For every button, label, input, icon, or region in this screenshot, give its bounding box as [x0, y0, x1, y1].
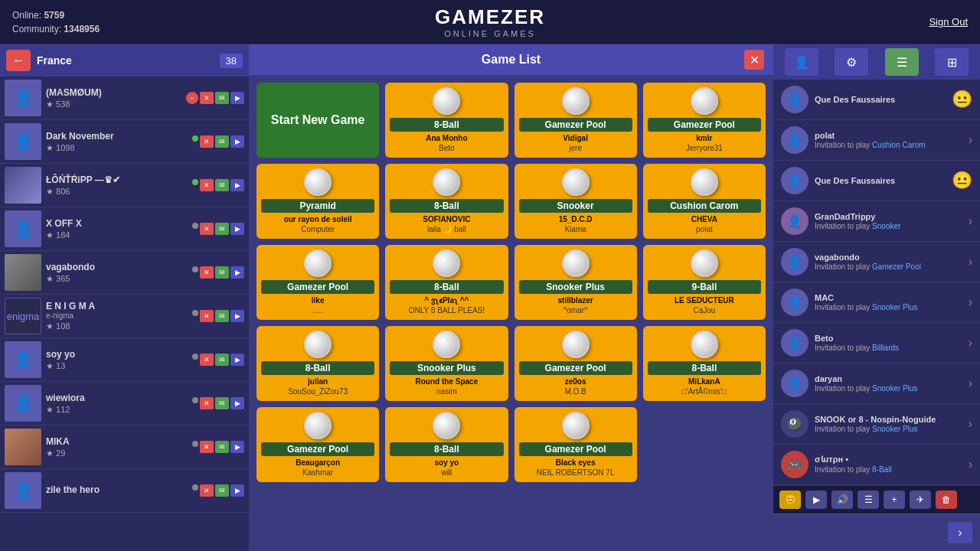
message-user-button[interactable]: ✉: [215, 179, 229, 191]
message-user-button[interactable]: ✉: [215, 223, 229, 235]
tab-list[interactable]: ☰: [885, 48, 919, 76]
game-card[interactable]: Snooker PlusRound the Spacenasim: [385, 326, 508, 401]
block-user-button[interactable]: ✕: [200, 223, 214, 235]
sign-out-button[interactable]: Sign Out: [929, 16, 968, 28]
sidebar-user-item[interactable]: ŁÔŃŤŔiPP —♛✔★ 806✕✉▶: [0, 164, 249, 207]
tab-grid[interactable]: ⊞: [935, 48, 969, 76]
invitation-item[interactable]: 👤polatInvitation to play Cushion Carom›: [773, 120, 980, 161]
invitation-item[interactable]: 👤Que Des Faussaires😐: [773, 80, 980, 120]
message-user-button[interactable]: ✉: [215, 135, 229, 148]
game-card[interactable]: Gamezer PoolVidigaljere: [514, 83, 637, 158]
add-user-button[interactable]: ▶: [230, 223, 244, 235]
game-card[interactable]: 8-BallAna MonhoBeto: [385, 83, 508, 158]
game-ball-icon: [304, 249, 332, 277]
invitation-item[interactable]: 👤GranDadTrippyInvitation to play Snooker…: [773, 201, 980, 242]
inv-arrow[interactable]: ›: [969, 458, 972, 471]
delete-button[interactable]: 🗑: [936, 491, 957, 509]
next-page-button[interactable]: ›: [948, 522, 972, 543]
message-user-button[interactable]: ✉: [215, 310, 229, 322]
invitation-item[interactable]: 👤BetoInvitation to play Billiards›: [773, 323, 980, 364]
game-players: CHEVApolat: [648, 214, 761, 234]
add-user-button[interactable]: ▶: [230, 310, 244, 322]
invitation-item[interactable]: 👤MACInvitation to play Snooker Plus›: [773, 282, 980, 323]
emoji-button[interactable]: 😊: [779, 491, 801, 509]
game-card[interactable]: 8-BallMiLkanA□'ArtÃ©mis'□: [643, 326, 766, 401]
block-user-button[interactable]: ✕: [200, 179, 214, 191]
block-user-button[interactable]: ✕: [200, 266, 214, 279]
game-card[interactable]: Snooker15_D.C.DKiama: [514, 164, 637, 239]
add-button[interactable]: +: [884, 491, 905, 509]
game-card[interactable]: Pyramidour rayon de soleilComputer: [256, 164, 379, 239]
add-user-button[interactable]: ▶: [230, 179, 244, 191]
message-user-button[interactable]: ✉: [215, 92, 229, 104]
inv-arrow[interactable]: ›: [969, 133, 972, 147]
message-user-button[interactable]: ✉: [215, 484, 229, 497]
game-card[interactable]: Gamezer Poolze0osM.O.B: [514, 326, 637, 401]
game-card[interactable]: Gamezer PoolkmlrJerryore31: [643, 83, 766, 158]
tab-profile[interactable]: 👤: [785, 48, 818, 76]
sidebar-user-item[interactable]: 👤X OFF X★ 184✕✉▶: [0, 207, 249, 251]
add-user-button[interactable]: ▶: [230, 354, 244, 366]
block-user-button[interactable]: ✕: [200, 92, 214, 104]
sound-button[interactable]: 🔊: [831, 491, 853, 509]
block-user-button[interactable]: ✕: [200, 310, 214, 322]
inv-arrow[interactable]: ›: [969, 214, 972, 228]
sidebar-user-item[interactable]: 👤Dark November★ 1098✕✉▶: [0, 120, 249, 164]
block-user-button[interactable]: ✕: [200, 441, 214, 453]
block-user-button[interactable]: ✕: [200, 484, 214, 497]
add-user-button[interactable]: ▶: [230, 266, 244, 279]
block-user-button[interactable]: ✕: [200, 135, 214, 148]
game-card[interactable]: Gamezer Poollike.....: [256, 245, 379, 320]
game-card[interactable]: 8-Ball^ ვʅɛΡlaʅ ^^ONLY 8 BALL PLEAS!: [385, 245, 508, 320]
sidebar-user-item[interactable]: MIKA★ 29✕✉▶: [0, 425, 249, 469]
add-user-button[interactable]: ▶: [230, 135, 244, 148]
sidebar-user-item[interactable]: 👤(MASMØUM)★ 538−✕✉▶: [0, 77, 249, 120]
inv-arrow[interactable]: ›: [969, 255, 972, 269]
add-user-button[interactable]: ▶: [230, 484, 244, 497]
inv-arrow[interactable]: ›: [969, 417, 972, 431]
message-user-button[interactable]: ✉: [215, 354, 229, 366]
invitation-item[interactable]: 👤Que Des Faussaires😐: [773, 161, 980, 201]
invitation-item[interactable]: 🎱SNOOK or 8 - Nospin-NoguideInvitation t…: [773, 404, 980, 445]
sidebar-user-item[interactable]: 👤wiewiora★ 112✕✉▶: [0, 382, 249, 425]
message-user-button[interactable]: ✉: [215, 266, 229, 279]
add-user-button[interactable]: ▶: [230, 92, 244, 104]
block-user-button[interactable]: ✕: [200, 354, 214, 366]
sidebar-user-item[interactable]: vagabondo★ 365✕✉▶: [0, 251, 249, 295]
sidebar-user-item[interactable]: 👤soy yo★ 13✕✉▶: [0, 338, 249, 382]
sidebar-user-item[interactable]: enigmaE N I G M Ae-nigma★ 108✕✉▶: [0, 295, 249, 338]
game-card[interactable]: Gamezer PoolBeaugarçonKashmar: [256, 407, 379, 482]
back-button[interactable]: ←: [6, 50, 31, 71]
game-card[interactable]: Snooker Plusstillblazer^omar^: [514, 245, 637, 320]
inv-arrow[interactable]: ›: [969, 377, 972, 390]
game-list-close-button[interactable]: ✕: [744, 50, 764, 70]
add-user-button[interactable]: ▶: [230, 441, 244, 453]
list-button[interactable]: ☰: [858, 491, 879, 509]
message-user-button[interactable]: ✉: [215, 397, 229, 409]
sidebar-user-item[interactable]: 👤zile the hero✕✉▶: [0, 469, 249, 513]
avatar: 👤: [5, 80, 41, 116]
game-card[interactable]: Cushion CaromCHEVApolat: [643, 164, 766, 239]
game-type-label: Cushion Carom: [648, 199, 761, 213]
game-card[interactable]: 8-BallSOFIANOVIClaila 🌙 ball: [385, 164, 508, 239]
invitation-item[interactable]: 👤vagabondoInvitation to play Gamezer Poo…: [773, 242, 980, 282]
block-user-button[interactable]: ✕: [200, 397, 214, 409]
inv-text: Invitation to play Snooker Plus: [815, 302, 962, 312]
online-label: Online:: [12, 10, 41, 21]
play-button[interactable]: ▶: [805, 491, 827, 509]
game-card[interactable]: Gamezer PoolBlack eyesNEIL ROBERTSON 7L: [514, 407, 637, 482]
game-players: LE SEDUCTEURCaJou: [648, 295, 761, 315]
inv-avatar: 👤: [781, 289, 808, 316]
tab-settings[interactable]: ⚙: [835, 48, 868, 76]
invitation-item[interactable]: 🎮σƖuтρн •Invitation to play 8-Ball›: [773, 445, 980, 485]
invitation-item[interactable]: 👤daryanInvitation to play Snooker Plus›: [773, 364, 980, 404]
game-card[interactable]: 9-BallLE SEDUCTEURCaJou: [643, 245, 766, 320]
add-user-button[interactable]: ▶: [230, 397, 244, 409]
start-new-game-button[interactable]: Start New Game: [256, 83, 379, 158]
message-user-button[interactable]: ✉: [215, 441, 229, 453]
game-card[interactable]: 8-BalljulianSouSou_ZiZou73: [256, 326, 379, 401]
send-button[interactable]: ✈: [910, 491, 931, 509]
inv-arrow[interactable]: ›: [969, 336, 972, 350]
inv-arrow[interactable]: ›: [969, 295, 972, 309]
game-card[interactable]: 8-Ballsoy yowill: [385, 407, 508, 482]
